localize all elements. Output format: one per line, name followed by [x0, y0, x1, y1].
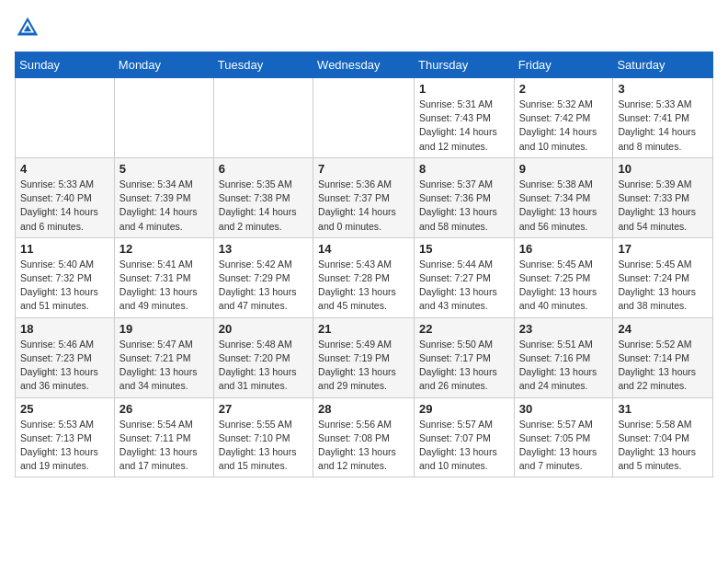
day-info: Sunrise: 5:33 AM Sunset: 7:40 PM Dayligh…	[20, 178, 109, 234]
calendar-cell	[114, 78, 213, 158]
calendar-cell: 16Sunrise: 5:45 AM Sunset: 7:25 PM Dayli…	[514, 237, 613, 317]
day-info: Sunrise: 5:40 AM Sunset: 7:32 PM Dayligh…	[20, 258, 109, 314]
day-info: Sunrise: 5:55 AM Sunset: 7:10 PM Dayligh…	[219, 418, 308, 474]
calendar-week-row: 11Sunrise: 5:40 AM Sunset: 7:32 PM Dayli…	[16, 237, 713, 317]
day-number: 16	[519, 242, 609, 256]
day-info: Sunrise: 5:46 AM Sunset: 7:23 PM Dayligh…	[20, 338, 109, 394]
day-number: 9	[519, 162, 609, 176]
day-number: 13	[219, 242, 308, 256]
calendar-cell	[16, 78, 115, 158]
calendar-cell: 17Sunrise: 5:45 AM Sunset: 7:24 PM Dayli…	[613, 237, 713, 317]
col-friday: Friday	[514, 52, 613, 78]
calendar-cell: 14Sunrise: 5:43 AM Sunset: 7:28 PM Dayli…	[313, 237, 415, 317]
day-info: Sunrise: 5:37 AM Sunset: 7:36 PM Dayligh…	[419, 178, 509, 234]
calendar-cell: 25Sunrise: 5:53 AM Sunset: 7:13 PM Dayli…	[16, 397, 115, 477]
calendar-cell: 9Sunrise: 5:38 AM Sunset: 7:34 PM Daylig…	[514, 157, 613, 237]
day-number: 30	[519, 402, 609, 416]
calendar-cell: 3Sunrise: 5:33 AM Sunset: 7:41 PM Daylig…	[613, 78, 713, 158]
col-wednesday: Wednesday	[313, 52, 415, 78]
calendar-cell: 5Sunrise: 5:34 AM Sunset: 7:39 PM Daylig…	[114, 157, 213, 237]
day-number: 8	[419, 162, 509, 176]
calendar-cell: 21Sunrise: 5:49 AM Sunset: 7:19 PM Dayli…	[313, 317, 415, 397]
calendar-cell: 18Sunrise: 5:46 AM Sunset: 7:23 PM Dayli…	[16, 317, 115, 397]
calendar-cell: 26Sunrise: 5:54 AM Sunset: 7:11 PM Dayli…	[114, 397, 213, 477]
day-number: 23	[519, 322, 609, 336]
calendar-cell: 19Sunrise: 5:47 AM Sunset: 7:21 PM Dayli…	[114, 317, 213, 397]
calendar-cell: 15Sunrise: 5:44 AM Sunset: 7:27 PM Dayli…	[415, 237, 515, 317]
day-number: 29	[419, 402, 509, 416]
day-info: Sunrise: 5:48 AM Sunset: 7:20 PM Dayligh…	[219, 338, 308, 394]
day-info: Sunrise: 5:58 AM Sunset: 7:04 PM Dayligh…	[618, 418, 708, 474]
day-number: 31	[618, 402, 708, 416]
day-number: 1	[419, 82, 509, 96]
calendar-cell: 4Sunrise: 5:33 AM Sunset: 7:40 PM Daylig…	[16, 157, 115, 237]
calendar-cell: 20Sunrise: 5:48 AM Sunset: 7:20 PM Dayli…	[213, 317, 313, 397]
day-number: 6	[219, 162, 308, 176]
day-info: Sunrise: 5:54 AM Sunset: 7:11 PM Dayligh…	[119, 418, 209, 474]
col-saturday: Saturday	[613, 52, 713, 78]
day-info: Sunrise: 5:52 AM Sunset: 7:14 PM Dayligh…	[618, 338, 708, 394]
calendar-cell: 13Sunrise: 5:42 AM Sunset: 7:29 PM Dayli…	[213, 237, 313, 317]
calendar-week-row: 4Sunrise: 5:33 AM Sunset: 7:40 PM Daylig…	[16, 157, 713, 237]
day-number: 5	[119, 162, 209, 176]
day-info: Sunrise: 5:45 AM Sunset: 7:24 PM Dayligh…	[618, 258, 708, 314]
calendar-body: 1Sunrise: 5:31 AM Sunset: 7:43 PM Daylig…	[16, 78, 713, 477]
calendar-cell: 24Sunrise: 5:52 AM Sunset: 7:14 PM Dayli…	[613, 317, 713, 397]
day-number: 3	[618, 82, 708, 96]
calendar-cell: 6Sunrise: 5:35 AM Sunset: 7:38 PM Daylig…	[213, 157, 313, 237]
days-of-week-row: Sunday Monday Tuesday Wednesday Thursday…	[16, 52, 713, 78]
day-number: 7	[318, 162, 409, 176]
calendar-cell: 23Sunrise: 5:51 AM Sunset: 7:16 PM Dayli…	[514, 317, 613, 397]
day-info: Sunrise: 5:51 AM Sunset: 7:16 PM Dayligh…	[519, 338, 609, 394]
calendar-cell: 7Sunrise: 5:36 AM Sunset: 7:37 PM Daylig…	[313, 157, 415, 237]
day-info: Sunrise: 5:43 AM Sunset: 7:28 PM Dayligh…	[318, 258, 409, 314]
calendar-cell: 2Sunrise: 5:32 AM Sunset: 7:42 PM Daylig…	[514, 78, 613, 158]
day-number: 25	[20, 402, 109, 416]
day-number: 10	[618, 162, 708, 176]
calendar-header: Sunday Monday Tuesday Wednesday Thursday…	[16, 52, 713, 78]
day-info: Sunrise: 5:32 AM Sunset: 7:42 PM Dayligh…	[519, 98, 609, 154]
day-number: 21	[318, 322, 409, 336]
day-info: Sunrise: 5:45 AM Sunset: 7:25 PM Dayligh…	[519, 258, 609, 314]
calendar-cell: 8Sunrise: 5:37 AM Sunset: 7:36 PM Daylig…	[415, 157, 515, 237]
day-info: Sunrise: 5:57 AM Sunset: 7:07 PM Dayligh…	[419, 418, 509, 474]
logo	[15, 15, 44, 40]
day-number: 24	[618, 322, 708, 336]
day-number: 18	[20, 322, 109, 336]
calendar-cell: 27Sunrise: 5:55 AM Sunset: 7:10 PM Dayli…	[213, 397, 313, 477]
day-number: 17	[618, 242, 708, 256]
day-info: Sunrise: 5:44 AM Sunset: 7:27 PM Dayligh…	[419, 258, 509, 314]
day-info: Sunrise: 5:38 AM Sunset: 7:34 PM Dayligh…	[519, 178, 609, 234]
col-thursday: Thursday	[415, 52, 515, 78]
day-info: Sunrise: 5:53 AM Sunset: 7:13 PM Dayligh…	[20, 418, 109, 474]
day-number: 11	[20, 242, 109, 256]
calendar-cell: 29Sunrise: 5:57 AM Sunset: 7:07 PM Dayli…	[415, 397, 515, 477]
page-header	[15, 15, 713, 40]
day-number: 27	[219, 402, 308, 416]
day-info: Sunrise: 5:50 AM Sunset: 7:17 PM Dayligh…	[419, 338, 509, 394]
day-info: Sunrise: 5:34 AM Sunset: 7:39 PM Dayligh…	[119, 178, 209, 234]
day-info: Sunrise: 5:31 AM Sunset: 7:43 PM Dayligh…	[419, 98, 509, 154]
calendar-week-row: 1Sunrise: 5:31 AM Sunset: 7:43 PM Daylig…	[16, 78, 713, 158]
col-sunday: Sunday	[16, 52, 115, 78]
day-number: 28	[318, 402, 409, 416]
calendar-table: Sunday Monday Tuesday Wednesday Thursday…	[15, 52, 713, 477]
calendar-cell: 12Sunrise: 5:41 AM Sunset: 7:31 PM Dayli…	[114, 237, 213, 317]
day-info: Sunrise: 5:56 AM Sunset: 7:08 PM Dayligh…	[318, 418, 409, 474]
logo-icon	[15, 15, 40, 40]
calendar-cell: 22Sunrise: 5:50 AM Sunset: 7:17 PM Dayli…	[415, 317, 515, 397]
calendar-cell	[213, 78, 313, 158]
calendar-cell: 31Sunrise: 5:58 AM Sunset: 7:04 PM Dayli…	[613, 397, 713, 477]
day-number: 2	[519, 82, 609, 96]
day-number: 22	[419, 322, 509, 336]
calendar-week-row: 25Sunrise: 5:53 AM Sunset: 7:13 PM Dayli…	[16, 397, 713, 477]
day-info: Sunrise: 5:42 AM Sunset: 7:29 PM Dayligh…	[219, 258, 308, 314]
day-number: 20	[219, 322, 308, 336]
calendar-cell: 11Sunrise: 5:40 AM Sunset: 7:32 PM Dayli…	[16, 237, 115, 317]
day-number: 12	[119, 242, 209, 256]
day-number: 19	[119, 322, 209, 336]
calendar-cell	[313, 78, 415, 158]
day-info: Sunrise: 5:57 AM Sunset: 7:05 PM Dayligh…	[519, 418, 609, 474]
day-info: Sunrise: 5:35 AM Sunset: 7:38 PM Dayligh…	[219, 178, 308, 234]
day-info: Sunrise: 5:33 AM Sunset: 7:41 PM Dayligh…	[618, 98, 708, 154]
